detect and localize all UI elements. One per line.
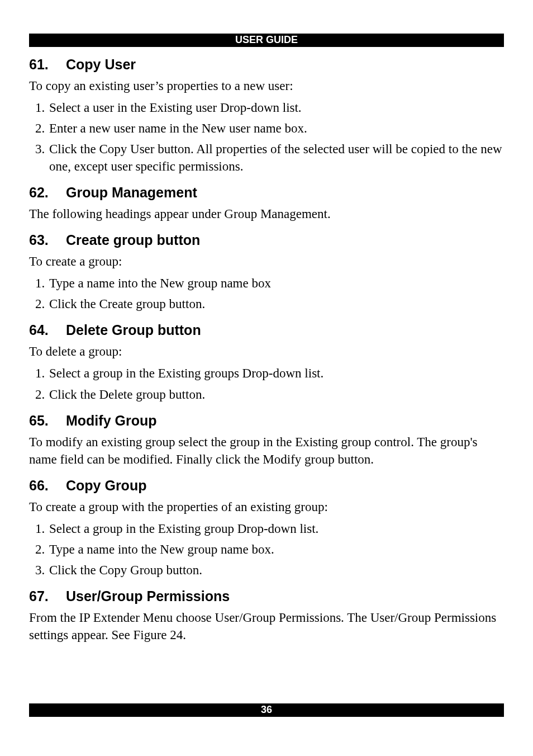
section-title: Modify Group xyxy=(66,412,156,429)
step-item: Click the Delete group button. xyxy=(48,386,504,403)
section-number: 66. xyxy=(29,477,66,494)
section-heading-62: 62. Group Management xyxy=(29,184,504,201)
step-list: Select a group in the Existing groups Dr… xyxy=(29,365,504,403)
step-list: Type a name into the New group name box … xyxy=(29,275,504,313)
section-intro: To create a group: xyxy=(29,253,504,270)
step-list: Select a user in the Existing user Drop-… xyxy=(29,99,504,175)
section-intro: To modify an existing group select the g… xyxy=(29,433,504,468)
section-intro: From the IP Extender Menu choose User/Gr… xyxy=(29,609,504,644)
section-heading-65: 65. Modify Group xyxy=(29,412,504,429)
section-intro: The following headings appear under Grou… xyxy=(29,205,504,223)
section-title: Group Management xyxy=(66,184,197,201)
section-number: 61. xyxy=(29,56,66,73)
section-title: Delete Group button xyxy=(66,322,201,338)
section-title: User/Group Permissions xyxy=(66,588,230,604)
step-item: Type a name into the New group name box xyxy=(48,275,504,292)
step-item: Select a group in the Existing group Dro… xyxy=(48,520,504,537)
section-heading-61: 61. Copy User xyxy=(29,56,504,73)
document-page: USER GUIDE 61. Copy User To copy an exis… xyxy=(0,0,533,756)
section-heading-66: 66. Copy Group xyxy=(29,477,504,494)
section-intro: To delete a group: xyxy=(29,343,504,360)
section-number: 64. xyxy=(29,322,66,338)
step-item: Click the Copy Group button. xyxy=(48,561,504,579)
section-heading-64: 64. Delete Group button xyxy=(29,322,504,338)
section-heading-67: 67. User/Group Permissions xyxy=(29,588,504,604)
step-item: Enter a new user name in the New user na… xyxy=(48,120,504,137)
section-number: 62. xyxy=(29,184,66,201)
page-header-title: USER GUIDE xyxy=(235,34,298,45)
page-number: 36 xyxy=(261,704,272,715)
step-item: Type a name into the New group name box. xyxy=(48,541,504,558)
section-title: Create group button xyxy=(66,231,200,248)
section-number: 67. xyxy=(29,588,66,604)
section-intro: To copy an existing user’s properties to… xyxy=(29,77,504,94)
page-footer: 36 xyxy=(29,703,504,717)
step-list: Select a group in the Existing group Dro… xyxy=(29,520,504,579)
section-title: Copy Group xyxy=(66,477,146,494)
step-item: Click the Copy User button. All properti… xyxy=(48,140,504,175)
section-number: 63. xyxy=(29,231,66,248)
page-header: USER GUIDE xyxy=(29,34,504,47)
section-intro: To create a group with the properties of… xyxy=(29,498,504,516)
section-title: Copy User xyxy=(66,56,136,73)
step-item: Select a user in the Existing user Drop-… xyxy=(48,99,504,116)
section-number: 65. xyxy=(29,412,66,429)
section-heading-63: 63. Create group button xyxy=(29,231,504,248)
step-item: Select a group in the Existing groups Dr… xyxy=(48,365,504,382)
step-item: Click the Create group button. xyxy=(48,295,504,313)
